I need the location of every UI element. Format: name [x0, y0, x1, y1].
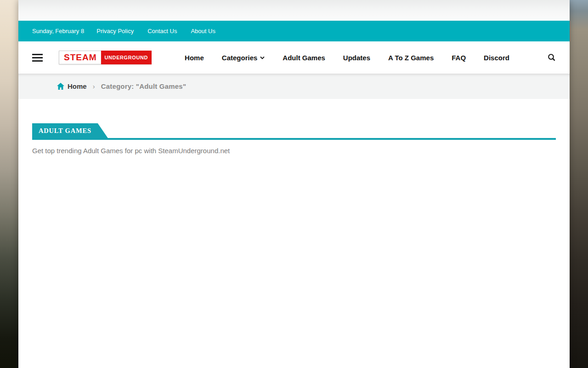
breadcrumb-home-label: Home [68, 82, 87, 90]
hamburger-menu-icon[interactable] [32, 54, 43, 62]
nav-item-faq[interactable]: FAQ [452, 54, 466, 62]
home-icon [57, 83, 64, 90]
page-top-spacer [18, 0, 570, 21]
nav-item-label: Updates [343, 54, 370, 62]
main-navbar: STEAM UNDERGROUND Home Categories Adult … [18, 41, 570, 74]
logo-text-underground: UNDERGROUND [101, 51, 152, 64]
nav-item-label: Discord [484, 54, 509, 62]
nav-item-home[interactable]: Home [185, 54, 204, 62]
breadcrumb: Home › Category: "Adult Games" [18, 74, 570, 99]
chevron-down-icon [260, 56, 265, 59]
nav-item-discord[interactable]: Discord [484, 54, 509, 62]
category-title-badge: ADULT GAMES [32, 123, 108, 138]
nav-item-label: Home [185, 54, 204, 62]
nav-item-updates[interactable]: Updates [343, 54, 370, 62]
logo-text-steam: STEAM [59, 51, 101, 64]
main-content: ADULT GAMES Get top trending Adult Games… [18, 99, 570, 368]
topbar-link-about-us[interactable]: About Us [191, 28, 215, 34]
search-icon[interactable] [548, 53, 556, 62]
nav-item-label: Adult Games [283, 54, 325, 62]
current-date: Sunday, February 8 [32, 28, 84, 34]
breadcrumb-separator: › [93, 82, 95, 90]
nav-item-categories[interactable]: Categories [222, 54, 265, 62]
nav-item-a-to-z-games[interactable]: A To Z Games [388, 54, 434, 62]
breadcrumb-home-link[interactable]: Home [57, 82, 87, 90]
breadcrumb-current-page: Category: "Adult Games" [101, 82, 187, 90]
nav-item-label: A To Z Games [388, 54, 434, 62]
primary-navigation: Home Categories Adult Games Updates A To… [185, 54, 509, 62]
nav-item-label: Categories [222, 54, 258, 62]
site-logo[interactable]: STEAM UNDERGROUND [59, 51, 152, 64]
nav-item-label: FAQ [452, 54, 466, 62]
category-section-header: ADULT GAMES [32, 123, 556, 140]
top-info-bar: Sunday, February 8 Privacy Policy Contac… [18, 21, 570, 41]
page-container: Sunday, February 8 Privacy Policy Contac… [18, 0, 570, 368]
background-scene-left [0, 0, 18, 368]
topbar-link-privacy-policy[interactable]: Privacy Policy [96, 28, 134, 34]
category-description: Get top trending Adult Games for pc with… [32, 147, 556, 155]
topbar-link-contact-us[interactable]: Contact Us [147, 28, 177, 34]
nav-item-adult-games[interactable]: Adult Games [283, 54, 325, 62]
background-scene-right [570, 0, 588, 368]
